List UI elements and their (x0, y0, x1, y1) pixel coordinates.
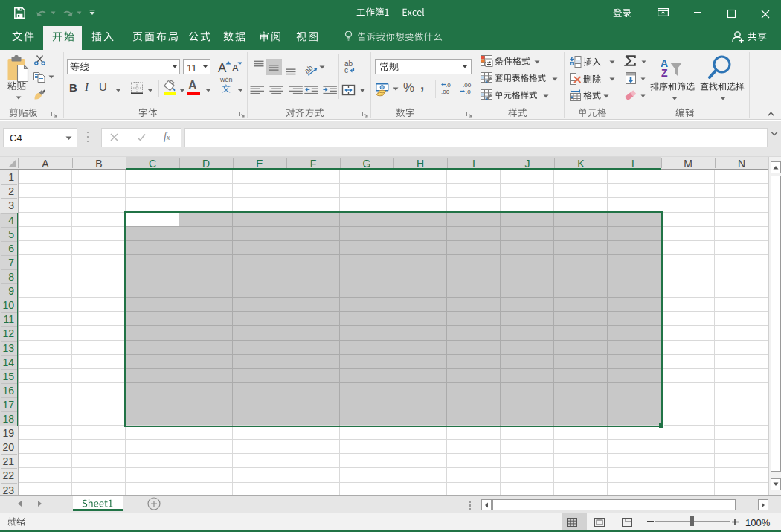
svg-text:c: c (344, 66, 348, 74)
svg-text:.0: .0 (466, 89, 471, 95)
svg-text:.00: .00 (441, 89, 450, 95)
svg-text:.00: .00 (463, 82, 472, 89)
svg-text:.0: .0 (446, 82, 451, 89)
svg-text:ab: ab (303, 63, 315, 75)
svg-text:Z: Z (661, 67, 668, 79)
